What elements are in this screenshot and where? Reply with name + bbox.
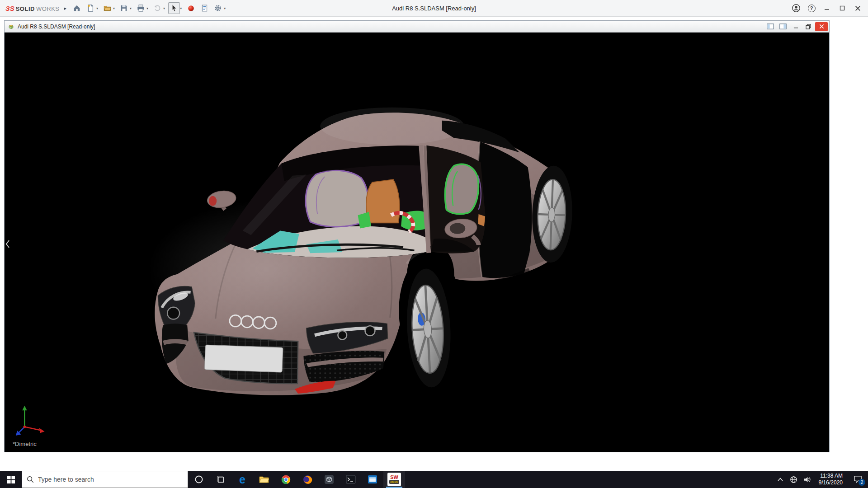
workspace: Audi R8 S.SLDASM [Read-only] bbox=[0, 17, 868, 471]
new-document-dropdown-icon[interactable]: ▾ bbox=[96, 6, 99, 10]
undo-button[interactable] bbox=[151, 2, 163, 14]
solidworks-icon: SW 2020 bbox=[387, 473, 401, 486]
clock-date: 9/16/2020 bbox=[819, 479, 843, 486]
windows-logo-icon bbox=[7, 476, 15, 483]
audi-r8-3d-model bbox=[5, 33, 829, 452]
open-folder-icon bbox=[103, 4, 112, 12]
home-button[interactable] bbox=[71, 2, 83, 14]
document-window-controls bbox=[764, 22, 828, 31]
options-dropdown-icon[interactable]: ▾ bbox=[224, 6, 227, 10]
doc-restore-button[interactable] bbox=[802, 22, 814, 31]
search-input[interactable] bbox=[38, 476, 183, 483]
toolbar-expand-arrow-icon[interactable]: ▸ bbox=[63, 5, 71, 11]
save-dropdown-icon[interactable]: ▾ bbox=[130, 6, 133, 10]
doc-close-button[interactable] bbox=[815, 22, 828, 31]
cube-app-button[interactable] bbox=[318, 471, 340, 488]
split-pane-left-icon bbox=[767, 23, 774, 29]
open-button[interactable] bbox=[101, 2, 113, 14]
minimize-icon bbox=[824, 5, 830, 11]
select-cursor-icon bbox=[170, 4, 178, 12]
account-icon bbox=[792, 4, 801, 13]
viewport-3d[interactable]: *Dimetric bbox=[5, 33, 829, 452]
open-dropdown-icon[interactable]: ▾ bbox=[113, 6, 116, 10]
app-title: Audi R8 S.SLDASM [Read-only] bbox=[392, 5, 476, 12]
featuremanager-collapse-tab[interactable] bbox=[5, 238, 12, 250]
print-dropdown-icon[interactable]: ▾ bbox=[146, 6, 150, 10]
chrome-icon bbox=[281, 475, 291, 484]
blue-window-app-button[interactable] bbox=[362, 471, 383, 488]
file-explorer-button[interactable] bbox=[253, 471, 275, 488]
app-close-button[interactable] bbox=[850, 0, 865, 16]
options-button[interactable] bbox=[212, 2, 224, 14]
close-icon bbox=[855, 5, 861, 11]
file-properties-icon bbox=[201, 4, 208, 12]
options-gear-icon bbox=[214, 4, 222, 12]
front-wheel bbox=[399, 254, 461, 389]
select-dropdown-icon[interactable]: ▾ bbox=[180, 6, 183, 10]
volume-button[interactable] bbox=[801, 471, 814, 488]
new-document-button[interactable] bbox=[85, 2, 96, 14]
file-properties-button[interactable] bbox=[198, 2, 210, 14]
doc-close-icon bbox=[819, 24, 824, 29]
save-button[interactable] bbox=[118, 2, 130, 14]
network-button[interactable] bbox=[787, 471, 801, 488]
app-maximize-button[interactable] bbox=[835, 0, 850, 16]
right-intake bbox=[303, 351, 384, 382]
view-orientation-label: *Dimetric bbox=[13, 441, 37, 447]
file-explorer-icon bbox=[259, 475, 269, 483]
license-plate bbox=[205, 345, 283, 372]
firefox-button[interactable] bbox=[297, 471, 318, 488]
chrome-button[interactable] bbox=[275, 471, 297, 488]
solidworks-taskbar-button[interactable]: SW 2020 bbox=[383, 471, 405, 488]
select-button[interactable] bbox=[168, 2, 180, 14]
new-document-icon bbox=[86, 4, 94, 12]
print-button[interactable] bbox=[135, 2, 146, 14]
app-minimize-button[interactable] bbox=[819, 0, 835, 16]
notification-count-badge: 2 bbox=[859, 479, 865, 486]
taskbar-clock[interactable]: 11:38 AM 9/16/2020 bbox=[814, 471, 847, 488]
search-icon bbox=[27, 476, 34, 483]
help-icon: ? bbox=[808, 5, 816, 12]
account-button[interactable] bbox=[788, 0, 804, 16]
start-button[interactable] bbox=[0, 471, 22, 488]
edge-button[interactable]: e bbox=[231, 471, 253, 488]
terminal-icon bbox=[346, 475, 356, 484]
pane-layout-left-button[interactable] bbox=[764, 22, 776, 31]
print-icon bbox=[137, 4, 145, 12]
document-title: Audi R8 S.SLDASM [Read-only] bbox=[18, 23, 95, 30]
firefox-icon bbox=[303, 475, 312, 484]
appearances-button[interactable] bbox=[185, 2, 197, 14]
cortana-button[interactable] bbox=[188, 471, 210, 488]
pane-layout-right-button[interactable] bbox=[777, 22, 789, 31]
app-titlebar: ЗS SOLIDWORKS ▸ ▾ ▾ ▾ bbox=[0, 0, 868, 17]
cube-app-icon bbox=[324, 474, 334, 484]
task-view-icon bbox=[217, 475, 225, 484]
action-center-button[interactable]: 2 bbox=[847, 471, 868, 488]
document-window: Audi R8 S.SLDASM [Read-only] bbox=[4, 20, 830, 452]
doc-minimize-button[interactable] bbox=[790, 22, 802, 31]
taskbar: e bbox=[0, 471, 868, 488]
command-prompt-button[interactable] bbox=[340, 471, 362, 488]
blue-window-icon bbox=[368, 475, 377, 484]
help-button[interactable]: ? bbox=[804, 0, 819, 16]
doc-restore-icon bbox=[806, 24, 811, 29]
save-icon bbox=[120, 4, 128, 12]
tray-expand-button[interactable] bbox=[774, 471, 787, 488]
system-tray: 11:38 AM 9/16/2020 2 bbox=[774, 471, 868, 488]
solidworks-logo: ЗS SOLIDWORKS bbox=[3, 5, 63, 12]
assembly-document-icon bbox=[7, 23, 15, 30]
orientation-triad-icon bbox=[14, 402, 50, 437]
home-icon bbox=[73, 4, 81, 12]
edge-icon: e bbox=[239, 474, 245, 485]
undo-icon bbox=[153, 4, 161, 12]
brand-mark-icon: ЗS bbox=[5, 5, 14, 12]
quick-access-toolbar: ▾ ▾ ▾ ▾ ▾ bbox=[71, 2, 227, 14]
undo-dropdown-icon[interactable]: ▾ bbox=[163, 6, 166, 10]
cortana-icon bbox=[194, 475, 203, 484]
task-view-button[interactable] bbox=[210, 471, 231, 488]
chevron-left-icon bbox=[5, 239, 10, 249]
taskbar-search[interactable] bbox=[22, 471, 188, 488]
document-titlebar: Audi R8 S.SLDASM [Read-only] bbox=[5, 21, 829, 33]
network-globe-icon bbox=[790, 476, 797, 483]
chevron-up-icon bbox=[778, 478, 783, 481]
